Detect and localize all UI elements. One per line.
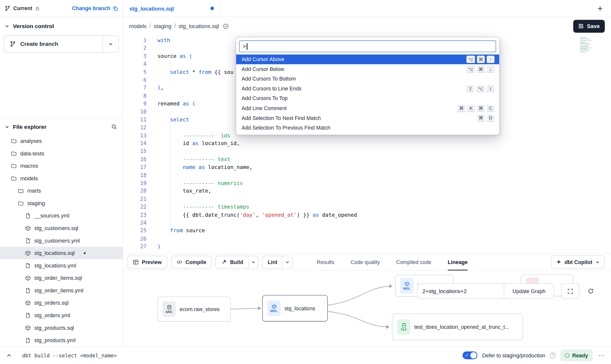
file-tree-item[interactable]: stg_locations.sql [0, 247, 123, 259]
breadcrumb-file[interactable]: stg_locations.sql [179, 23, 219, 29]
keycap: ⌘ [477, 56, 485, 63]
file-tree-item[interactable]: macros [0, 160, 123, 172]
lineage-node-stg-locations[interactable]: MDL stg_locations [262, 295, 328, 321]
expand-panel-button[interactable] [6, 353, 12, 358]
code-line[interactable]: 19 ---------- numerics [123, 179, 611, 187]
lineage-canvas[interactable]: MDL locations atio SRC ecom.raw_stores [123, 270, 611, 346]
command-item[interactable]: Add Cursors To Top [236, 94, 499, 103]
version-control-header[interactable]: Version control [0, 17, 123, 34]
tab-stg-locations[interactable]: stg_locations.sql [123, 0, 220, 17]
current-branch-label: Current [13, 5, 32, 11]
graph-selector-input[interactable] [417, 283, 504, 299]
line-number: 4 [123, 60, 146, 68]
line-number: 14 [123, 139, 146, 147]
breadcrumb-staging[interactable]: staging [154, 23, 171, 29]
code-line[interactable]: 18 [123, 171, 611, 179]
code-line[interactable]: 22 ---------- timestamps [123, 203, 611, 211]
command-item[interactable]: Add Cursors To Bottom [236, 74, 499, 84]
command-item[interactable]: Add Cursor Above⌥⌘↑ [236, 54, 499, 64]
breadcrumb-models[interactable]: models [129, 23, 146, 29]
help-icon[interactable] [550, 352, 556, 358]
command-item[interactable]: Add Selection To Previous Find Match [236, 123, 499, 133]
file-tree-item[interactable]: marts [0, 184, 123, 197]
compile-button[interactable]: Compile [171, 256, 212, 268]
file-tree-item[interactable]: stg_orders.yml [0, 309, 123, 322]
code-line[interactable]: 17 name as location_name, [123, 163, 611, 171]
overflow-menu-button[interactable] [598, 351, 605, 359]
lint-button[interactable]: Lint [262, 256, 283, 268]
file-name: stg_orders.sql [34, 300, 69, 306]
file-tree-item[interactable]: stg_customers.yml [0, 234, 123, 247]
clipboard-check-icon [401, 322, 406, 328]
code-line[interactable]: 15 [123, 147, 611, 155]
command-item[interactable]: Add Cursor Below⌥⌘↓ [236, 64, 499, 74]
refresh-button[interactable] [583, 284, 598, 298]
tab-results[interactable]: Results [317, 254, 334, 270]
command-item[interactable]: Add Cursors to Line Ends⇧⌥I [236, 84, 499, 94]
build-dropdown[interactable] [249, 256, 258, 268]
code-line[interactable]: 21 [123, 195, 611, 203]
file-tree-item[interactable]: __sources.yml [0, 209, 123, 222]
line-text: renamed as ( [146, 100, 195, 108]
file-tree-item[interactable]: stg_products.sql [0, 321, 123, 334]
update-graph-button[interactable]: Update Graph [504, 283, 554, 299]
cube-icon [404, 281, 410, 286]
command-palette-input[interactable]: > [239, 40, 496, 52]
plus-icon [597, 5, 603, 11]
screenshot-stage: Current Change branch Version control [0, 0, 611, 364]
node-label: test_does_location_opened_at_trunc_t... [414, 324, 509, 330]
file-tree-item[interactable]: stg_orders.sql [0, 297, 123, 309]
folder-icon [11, 150, 17, 156]
copy-icon [113, 6, 118, 11]
code-line[interactable]: 25 from source [123, 227, 611, 234]
file-tree-item[interactable]: data-tests [0, 147, 123, 160]
command-label: Add Line Comment [242, 105, 287, 111]
file-tree-item[interactable]: stg_order_items.yml [0, 284, 123, 297]
file-tree-item[interactable]: stg_customers.sql [0, 222, 123, 234]
command-item[interactable]: Add Line Comment⌘K⌘C [236, 103, 499, 113]
create-branch-button[interactable]: Create branch [4, 36, 102, 52]
code-line[interactable]: 27) [123, 243, 611, 250]
model-file-icon [25, 275, 31, 281]
minimap[interactable] [580, 37, 593, 54]
add-tab-button[interactable] [595, 3, 606, 14]
create-branch-split-button: Create branch [4, 35, 119, 53]
file-tree-item[interactable]: analyses [0, 135, 123, 147]
keycap: ↓ [487, 66, 495, 73]
create-branch-dropdown[interactable] [103, 36, 118, 52]
compass-icon[interactable] [223, 23, 229, 29]
save-button[interactable]: Save [573, 20, 605, 33]
search-icon[interactable] [111, 124, 117, 130]
cli-command-text[interactable]: dbt build --select <model_name> [22, 352, 117, 358]
command-label: Add Selection To Next Find Match [242, 115, 321, 121]
code-line[interactable]: 26 [123, 235, 611, 243]
lineage-node-source[interactable]: SRC ecom.raw_stores [157, 297, 231, 321]
command-item[interactable]: Add Selection To Next Find Match⌘D [236, 113, 499, 123]
code-line[interactable]: 20 tax_rate, [123, 187, 611, 195]
file-tree-item[interactable]: stg_locations.yml [0, 259, 123, 272]
file-tree-item[interactable]: stg_order_items.sql [0, 272, 123, 284]
preview-label: Preview [142, 259, 162, 265]
tab-lineage[interactable]: Lineage [448, 254, 468, 270]
tab-title: stg_locations.sql [129, 5, 174, 11]
preview-button[interactable]: Preview [127, 256, 167, 268]
code-line[interactable]: 14 id as location_id, [123, 139, 611, 147]
file-tree-item[interactable]: stg_products.yml [0, 334, 123, 347]
version-control-title: Version control [13, 23, 54, 29]
tab-compiled-code[interactable]: Compiled code [396, 254, 431, 270]
change-branch-link[interactable]: Change branch [72, 5, 118, 11]
code-line[interactable]: 24 [123, 219, 611, 227]
dbt-copilot-button[interactable]: dbt Copilot [551, 255, 605, 269]
file-tree-item[interactable]: models [0, 172, 123, 185]
fullscreen-button[interactable] [561, 283, 579, 299]
lint-dropdown[interactable] [283, 256, 293, 268]
code-line[interactable]: 23 {{ dbt.date_trunc('day', 'opened_at')… [123, 211, 611, 219]
build-button[interactable]: Build [216, 256, 249, 268]
file-tree-item[interactable]: staging [0, 197, 123, 210]
lineage-node-test[interactable]: TST test_does_location_opened_at_trunc_t… [392, 314, 523, 340]
code-line[interactable]: 16 ---------- text [123, 155, 611, 163]
defer-toggle[interactable] [463, 351, 478, 359]
badge-label: SRC [166, 310, 173, 314]
tab-code-quality[interactable]: Code quality [351, 254, 380, 270]
file-explorer-header[interactable]: File explorer [0, 119, 123, 135]
